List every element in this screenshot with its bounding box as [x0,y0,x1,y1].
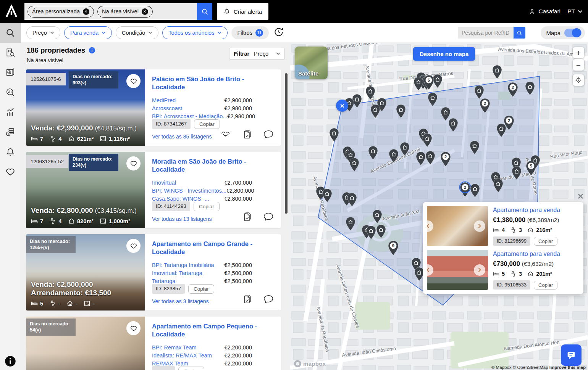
satellite-layer-button[interactable]: Satélite [295,47,328,79]
map-pin[interactable] [347,193,357,208]
map-pin[interactable] [366,225,376,241]
map-pin[interactable] [388,149,399,164]
copy-id-button[interactable]: Copiar [194,202,220,211]
see-all-listings-link[interactable]: Ver todas as 3 listagens [152,298,209,304]
casafari-logo[interactable] [5,5,18,18]
map-pin[interactable] [492,65,502,80]
map-pin[interactable] [365,86,376,101]
chat-icon[interactable] [263,212,273,223]
map-pin[interactable] [425,151,436,166]
map-pin[interactable] [345,217,356,232]
copy-id-button[interactable]: Copiar [534,237,557,246]
map[interactable]: Avenida dos Estados Unidos da AméricaAve… [290,43,588,370]
language-selector[interactable]: PT [567,0,583,23]
sidebar-item-alerts[interactable] [0,142,21,162]
chat-widget-button[interactable] [561,344,582,366]
sidebar-item-property-sourcing[interactable] [0,43,21,63]
map-toggle-switch[interactable] [564,29,582,37]
map-cluster-pin[interactable]: 9 [388,240,399,257]
map-pin[interactable] [349,158,360,173]
info-button[interactable] [5,356,16,367]
sidebar-item-market-analytics[interactable] [0,82,21,102]
map-pin[interactable] [329,128,339,143]
source-link[interactable]: BPI: Tartaruga Imobiliária [152,262,214,268]
map-pin[interactable] [511,166,522,182]
copy-id-button[interactable]: Copiar [188,284,214,294]
listing-card[interactable]: Dias no mercado: 1265+(v) Venda: €2,500,… [26,234,281,310]
listing-title[interactable]: Apartamento em Campo Grande - Localidade [152,240,267,256]
popup-listing-title[interactable]: Apartamento para venda [493,207,580,214]
listing-card[interactable]: 125261075-6 Dias no mercado: 903(v) Vend… [26,69,281,146]
filter-condition[interactable]: Condição [116,26,158,39]
source-link[interactable]: BPI: Acrosscoast - Mediação... [152,113,227,119]
chat-icon[interactable] [263,294,273,305]
remove-chip-icon[interactable] [83,8,89,15]
doc-icon[interactable] [242,212,252,223]
doc-icon[interactable] [242,294,252,305]
remove-polygon-button[interactable] [336,100,348,112]
map-pin[interactable] [422,133,433,149]
map-pin[interactable] [399,142,410,158]
filters-button[interactable]: Filtros11 [231,26,268,39]
sidebar-item-search[interactable] [0,23,21,43]
copy-id-button[interactable]: Copiar [194,119,220,129]
listing-title[interactable]: Moradia em São João de Brito - Localidad… [152,158,267,174]
info-icon[interactable] [89,47,95,54]
source-link[interactable]: BPI: WINGS - Investimentos... [152,188,226,194]
sort-dropdown[interactable]: Filtrar Preço [229,48,285,60]
map-pin[interactable] [493,179,504,194]
copy-id-button[interactable]: Copiar [178,367,204,370]
listing-title[interactable]: Apartamento em Campo Pequeno - Localidad… [152,322,267,339]
refresh-button[interactable] [273,27,285,39]
map-pin[interactable] [470,183,480,199]
search-chip-visible-area[interactable]: Na área visível [97,6,153,18]
see-all-listings-link[interactable]: Ver todas as 85 listagens [152,134,212,140]
map-pin[interactable] [427,92,438,108]
map-cluster-pin[interactable]: 2 [459,182,471,199]
map-pin[interactable] [370,104,381,120]
map-cluster-pin[interactable]: 5 [423,75,435,92]
draw-on-map-button[interactable]: Desenhe no mapa [413,47,475,61]
map-pin[interactable] [396,104,406,120]
zoom-out-button[interactable]: − [573,59,584,71]
map-cluster-pin[interactable]: 2 [507,82,519,99]
source-link[interactable]: MediPred [152,97,176,103]
map-pin[interactable] [322,188,333,204]
map-cluster-pin[interactable]: 2 [440,151,451,168]
filter-for-sale[interactable]: Para venda [64,26,112,39]
area-search-bar[interactable]: Área personalizada Na área visível [24,3,212,20]
sidebar-item-favorites[interactable] [0,162,21,182]
sidebar-item-market-map[interactable] [0,63,21,82]
map-popup-listing[interactable]: Apartamento para venda €1,380,000 (€6,38… [427,206,580,246]
popup-listing-title[interactable]: Apartamento para venda [493,251,580,257]
map-pin[interactable] [368,146,378,161]
carousel-next-button[interactable] [474,220,485,232]
source-link[interactable]: RE/MAX Team [152,360,188,367]
map-cluster-pin[interactable]: 5 [525,161,537,177]
ref-id-input[interactable] [458,27,514,39]
listing-title[interactable]: Palácio em São João de Brito - Localidad… [152,75,267,92]
see-all-listings-link[interactable]: Ver todas as 13 listagens [152,216,212,222]
source-link[interactable]: Imovirtual: Tartaruga [152,270,202,276]
carousel-next-button[interactable] [474,264,485,276]
handshake-icon[interactable] [221,130,231,140]
map-pin[interactable] [496,123,507,139]
popup-photo[interactable] [427,250,488,290]
search-chip-custom-area[interactable]: Área personalizada [27,6,94,18]
remove-chip-icon[interactable] [142,8,148,15]
source-link[interactable]: BPI: Remax Team [152,344,197,351]
map-pin[interactable] [376,224,386,240]
listing-photo[interactable]: Dias no mercado: 1265+(v) Venda: €2,500,… [26,234,145,310]
scrollbar-thumb[interactable] [285,73,288,214]
doc-icon[interactable] [242,130,252,140]
source-link[interactable]: Tartaruga [152,278,175,284]
map-popup-listing[interactable]: Apartamento para venda €730,000 (€3,632/… [427,250,580,290]
map-pin[interactable] [413,77,424,92]
chat-icon[interactable] [263,130,273,140]
listing-photo[interactable]: 125261075-6 Dias no mercado: 903(v) Vend… [26,69,145,146]
popup-close-button[interactable] [576,192,585,201]
map-pin[interactable] [415,151,426,167]
source-link[interactable]: Imovirtual [152,180,176,186]
favorite-button[interactable] [126,321,141,335]
copy-id-button[interactable]: Copiar [534,281,557,290]
